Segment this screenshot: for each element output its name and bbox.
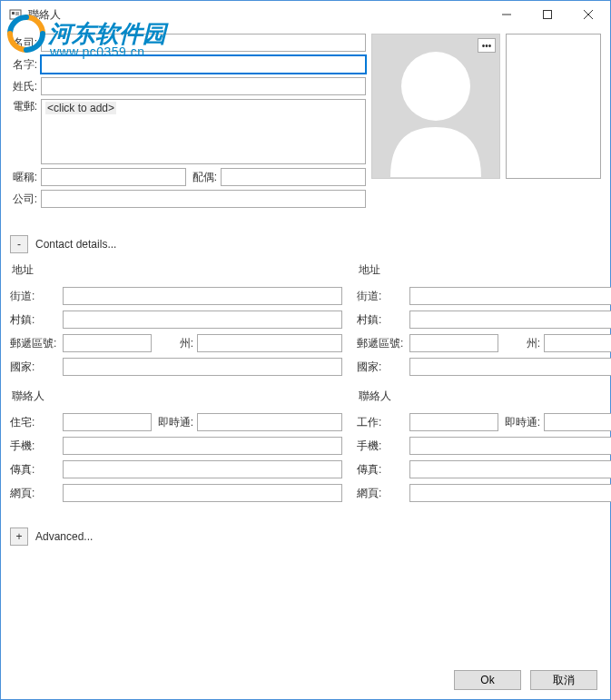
name-label: 名司: bbox=[10, 35, 41, 51]
home1-label: 住宅: bbox=[10, 415, 63, 430]
contact-details-toggle[interactable]: - bbox=[10, 235, 28, 253]
street2-input[interactable] bbox=[409, 287, 611, 305]
advanced-toggle[interactable]: + bbox=[10, 527, 28, 546]
ok-button[interactable]: Ok bbox=[454, 670, 521, 690]
svg-rect-1 bbox=[12, 12, 15, 15]
work2-label: 工作: bbox=[357, 415, 409, 430]
fax2-input[interactable] bbox=[409, 460, 611, 478]
village1-input[interactable] bbox=[63, 311, 342, 329]
company-input[interactable] bbox=[41, 190, 366, 208]
address-column-2: 地址 街道: 村鎮: 郵遞區號:州: 國家: 聯絡人 工作:即時通: 手機: 傳… bbox=[357, 262, 611, 508]
mobile2-input[interactable] bbox=[409, 437, 611, 455]
web1-input[interactable] bbox=[63, 484, 342, 502]
home1-input[interactable] bbox=[63, 413, 152, 431]
im1-input[interactable] bbox=[197, 413, 342, 431]
address-column-1: 地址 街道: 村鎮: 郵遞區號:州: 國家: 聯絡人 住宅:即時通: 手機: 傳… bbox=[10, 262, 342, 508]
app-icon bbox=[8, 7, 23, 22]
dialog-footer: Ok 取消 bbox=[454, 670, 597, 690]
state1-label: 州: bbox=[152, 336, 197, 351]
contact2-header: 聯絡人 bbox=[357, 389, 611, 404]
company-label: 公司: bbox=[10, 192, 41, 207]
address1-header: 地址 bbox=[10, 262, 342, 278]
postal1-input[interactable] bbox=[63, 334, 152, 352]
village2-label: 村鎮: bbox=[357, 312, 409, 328]
country1-label: 國家: bbox=[10, 360, 63, 375]
street1-label: 街道: bbox=[10, 289, 63, 304]
country1-input[interactable] bbox=[63, 358, 342, 376]
name-input[interactable] bbox=[41, 34, 366, 52]
village2-input[interactable] bbox=[409, 311, 611, 329]
avatar-more-button[interactable]: ••• bbox=[478, 38, 496, 53]
mobile2-label: 手機: bbox=[357, 439, 409, 454]
firstname-label: 名字: bbox=[10, 57, 41, 73]
country2-label: 國家: bbox=[357, 360, 409, 375]
state1-input[interactable] bbox=[197, 334, 342, 352]
fax1-input[interactable] bbox=[63, 460, 342, 478]
lastname-label: 姓氏: bbox=[10, 79, 41, 94]
im1-label: 即時通: bbox=[152, 415, 197, 430]
window-title: 聯絡人 bbox=[28, 7, 486, 23]
contact1-header: 聯絡人 bbox=[10, 389, 342, 404]
im2-label: 即時通: bbox=[498, 415, 544, 430]
advanced-label: Advanced... bbox=[35, 530, 93, 543]
mobile1-label: 手機: bbox=[10, 439, 63, 454]
notes-textarea[interactable] bbox=[506, 34, 601, 179]
village1-label: 村鎮: bbox=[10, 312, 63, 328]
contact-window: 聯絡人 河东软件园 www.pc0359.cn 名司: 名字: 姓氏: bbox=[0, 0, 611, 700]
web1-label: 網頁: bbox=[10, 486, 63, 501]
country2-input[interactable] bbox=[409, 358, 611, 376]
maximize-button[interactable] bbox=[527, 2, 567, 27]
content-area: 名司: 名字: 姓氏: 電郵: <click to add> 暱稱: bbox=[1, 28, 610, 560]
email-label: 電郵: bbox=[10, 99, 41, 114]
spouse-label: 配偶: bbox=[186, 170, 221, 185]
nickname-input[interactable] bbox=[41, 168, 186, 186]
svg-point-8 bbox=[401, 52, 470, 121]
state2-label: 州: bbox=[498, 336, 544, 351]
titlebar: 聯絡人 bbox=[1, 1, 610, 28]
fax1-label: 傳真: bbox=[10, 462, 63, 478]
basic-info-form: 名司: 名字: 姓氏: 電郵: <click to add> 暱稱: bbox=[10, 34, 366, 212]
web2-label: 網頁: bbox=[357, 486, 409, 501]
cancel-button[interactable]: 取消 bbox=[530, 670, 597, 690]
firstname-input[interactable] bbox=[41, 55, 366, 74]
postal2-input[interactable] bbox=[409, 334, 498, 352]
web2-input[interactable] bbox=[409, 484, 611, 502]
contact-details-label: Contact details... bbox=[35, 238, 116, 251]
nickname-label: 暱稱: bbox=[10, 170, 41, 185]
postal2-label: 郵遞區號: bbox=[357, 336, 409, 351]
minimize-button[interactable] bbox=[486, 2, 527, 27]
lastname-input[interactable] bbox=[41, 77, 366, 95]
svg-rect-5 bbox=[543, 11, 551, 19]
address2-header: 地址 bbox=[357, 262, 611, 278]
street2-label: 街道: bbox=[357, 289, 409, 304]
street1-input[interactable] bbox=[63, 287, 342, 305]
close-button[interactable] bbox=[567, 2, 608, 27]
window-controls bbox=[486, 2, 608, 27]
email-input[interactable]: <click to add> bbox=[41, 99, 366, 164]
im2-input[interactable] bbox=[544, 413, 611, 431]
fax2-label: 傳真: bbox=[357, 462, 409, 478]
postal1-label: 郵遞區號: bbox=[10, 336, 63, 351]
work2-input[interactable] bbox=[409, 413, 498, 431]
mobile1-input[interactable] bbox=[63, 437, 342, 455]
state2-input[interactable] bbox=[544, 334, 611, 352]
spouse-input[interactable] bbox=[221, 168, 366, 186]
avatar-placeholder[interactable]: ••• bbox=[371, 34, 500, 179]
